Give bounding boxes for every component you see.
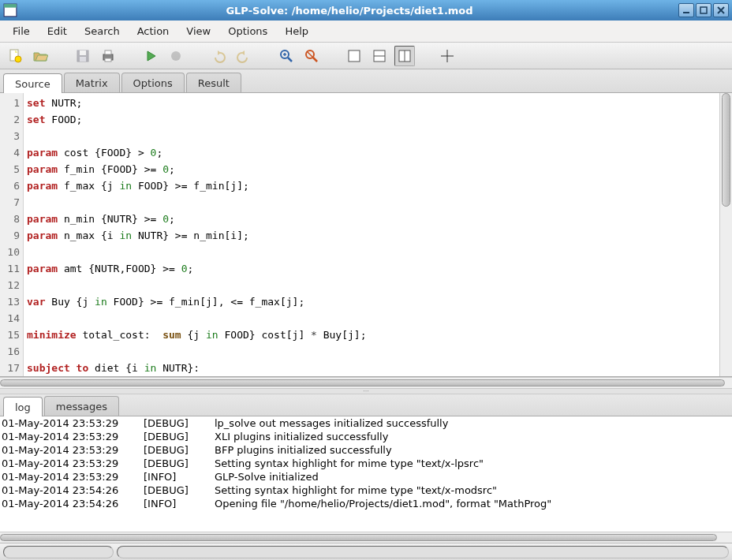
- zoom-reset-button[interactable]: [301, 46, 322, 66]
- tab-source[interactable]: Source: [3, 73, 62, 93]
- status-bar: [0, 543, 732, 560]
- svg-rect-10: [80, 50, 86, 55]
- log-scrollbar-h[interactable]: [0, 532, 732, 543]
- toolbar: [0, 43, 732, 69]
- tab-matrix[interactable]: Matrix: [64, 73, 120, 92]
- log-row: 01-May-2014 23:53:29[DEBUG]XLI plugins i…: [0, 430, 732, 443]
- svg-rect-26: [349, 50, 360, 62]
- menu-search[interactable]: Search: [77, 22, 128, 40]
- status-well-left: [3, 546, 114, 558]
- run-button[interactable]: [140, 46, 161, 66]
- menu-file[interactable]: File: [5, 22, 38, 40]
- menu-help[interactable]: Help: [277, 22, 316, 40]
- code-line[interactable]: param n_max {i in NUTR} >= n_min[i];: [27, 227, 716, 244]
- code-line[interactable]: [27, 244, 716, 260]
- code-line[interactable]: var Buy {j in FOOD} >= f_min[j], <= f_ma…: [27, 293, 716, 310]
- log-row: 01-May-2014 23:53:29[DEBUG]BFP plugins i…: [0, 443, 732, 457]
- svg-marker-18: [241, 50, 245, 55]
- log-row: 01-May-2014 23:54:26[DEBUG]Setting synta…: [0, 483, 732, 497]
- stop-button[interactable]: [166, 46, 186, 66]
- svg-rect-11: [80, 57, 86, 62]
- log-row: 01-May-2014 23:53:29[DEBUG]Setting synta…: [0, 457, 732, 470]
- save-button[interactable]: [73, 46, 93, 66]
- code-line[interactable]: subject to diet {i in NUTR}:: [27, 360, 716, 376]
- menu-edit[interactable]: Edit: [39, 22, 75, 40]
- tab-log[interactable]: log: [3, 397, 43, 416]
- window-title: GLP-Solve: /home/helio/Projects/diet1.mo…: [21, 5, 678, 17]
- code-line[interactable]: [27, 128, 716, 144]
- app-icon: [3, 3, 17, 17]
- svg-marker-15: [148, 51, 155, 61]
- svg-marker-17: [218, 50, 221, 55]
- source-editor[interactable]: 1234567891011121314151617 set NUTR;set F…: [0, 93, 732, 377]
- scrollbar-thumb[interactable]: [0, 379, 725, 386]
- code-line[interactable]: set FOOD;: [27, 111, 716, 128]
- code-area[interactable]: set NUTR;set FOOD; param cost {FOOD} > 0…: [24, 93, 719, 376]
- menu-bar: File Edit Search Action View Options Hel…: [0, 21, 732, 43]
- code-line[interactable]: [27, 194, 716, 211]
- code-line[interactable]: param amt {NUTR,FOOD} >= 0;: [27, 260, 716, 277]
- editor-scrollbar-h[interactable]: [0, 377, 732, 388]
- menu-options[interactable]: Options: [220, 22, 275, 40]
- line-number-gutter: 1234567891011121314151617: [0, 93, 24, 376]
- menu-view[interactable]: View: [178, 22, 218, 40]
- scrollbar-thumb[interactable]: [0, 534, 717, 541]
- svg-rect-3: [700, 7, 707, 13]
- svg-line-20: [288, 58, 292, 62]
- pane-single-button[interactable]: [344, 46, 364, 66]
- new-file-button[interactable]: [5, 46, 25, 66]
- code-line[interactable]: set NUTR;: [27, 95, 716, 111]
- code-line[interactable]: [27, 343, 716, 360]
- svg-rect-14: [105, 58, 111, 62]
- redo-button[interactable]: [233, 46, 254, 66]
- window-titlebar: GLP-Solve: /home/helio/Projects/diet1.mo…: [0, 0, 732, 21]
- minimize-button[interactable]: [678, 3, 694, 17]
- maximize-button[interactable]: [696, 3, 711, 17]
- log-row: 01-May-2014 23:53:29[DEBUG]lp_solve out …: [0, 416, 732, 430]
- close-button[interactable]: [713, 3, 729, 17]
- svg-point-8: [15, 56, 21, 62]
- scrollbar-thumb[interactable]: [722, 93, 730, 207]
- tab-options[interactable]: Options: [121, 73, 185, 92]
- svg-rect-1: [4, 4, 17, 8]
- log-row: 01-May-2014 23:53:29[INFO]GLP-Solve init…: [0, 470, 732, 483]
- svg-rect-13: [105, 50, 111, 54]
- svg-point-16: [171, 51, 181, 61]
- menu-action[interactable]: Action: [129, 22, 177, 40]
- zoom-in-button[interactable]: [276, 46, 297, 66]
- code-line[interactable]: param f_max {j in FOOD} >= f_min[j];: [27, 177, 716, 194]
- code-line[interactable]: param cost {FOOD} > 0;: [27, 144, 716, 161]
- log-panel[interactable]: 01-May-2014 23:53:29[DEBUG]lp_solve out …: [0, 416, 732, 532]
- main-tabs: Source Matrix Options Result: [0, 69, 732, 93]
- tab-messages[interactable]: messages: [44, 396, 119, 416]
- code-line[interactable]: param n_min {NUTR} >= 0;: [27, 211, 716, 227]
- pane-split-v-button[interactable]: [394, 46, 415, 66]
- undo-button[interactable]: [208, 46, 229, 66]
- code-line[interactable]: param f_min {FOOD} >= 0;: [27, 161, 716, 177]
- crosshair-button[interactable]: [437, 46, 458, 66]
- code-line[interactable]: minimize total_cost: sum {j in FOOD} cos…: [27, 327, 716, 343]
- svg-line-25: [307, 51, 317, 62]
- open-file-button[interactable]: [30, 46, 50, 66]
- status-well-main: [117, 546, 729, 558]
- print-button[interactable]: [98, 46, 118, 66]
- log-row: 01-May-2014 23:54:26[INFO]Opening file "…: [0, 497, 732, 510]
- tab-result[interactable]: Result: [186, 73, 241, 92]
- editor-scrollbar-v[interactable]: [719, 93, 732, 376]
- code-line[interactable]: [27, 277, 716, 293]
- bottom-tabs: log messages: [0, 394, 732, 416]
- code-line[interactable]: [27, 310, 716, 327]
- splitter[interactable]: ···: [0, 388, 732, 394]
- pane-split-h-button[interactable]: [369, 46, 390, 66]
